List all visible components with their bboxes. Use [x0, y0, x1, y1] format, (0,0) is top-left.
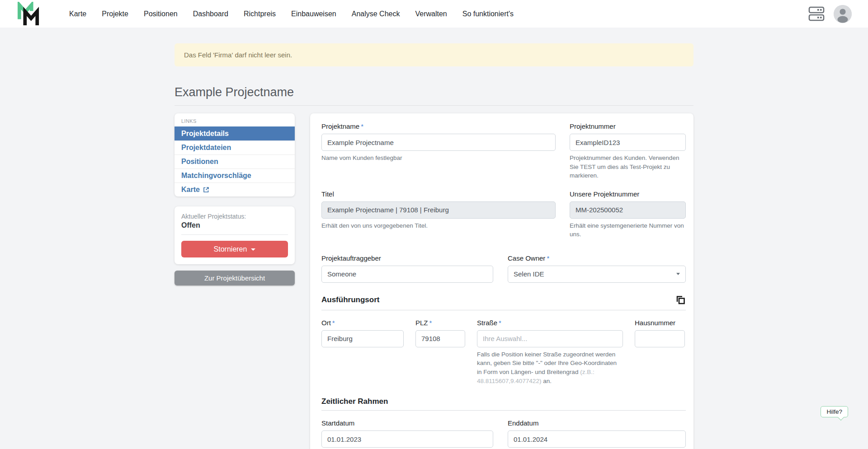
person-icon: [834, 5, 852, 23]
nav-item-verwalten[interactable]: Verwalten: [407, 10, 454, 18]
navbar-right: [808, 5, 852, 23]
required-marker: *: [332, 319, 335, 327]
strasse-input[interactable]: [477, 330, 623, 347]
status-divider: [181, 234, 288, 235]
sidebar-item-label: Karte: [181, 186, 200, 194]
top-navbar: Karte Projekte Positionen Dashboard Rich…: [0, 0, 868, 28]
required-marker: *: [499, 319, 501, 327]
nav-item-richtpreis[interactable]: Richtpreis: [236, 10, 283, 18]
chevron-down-icon: [676, 273, 680, 275]
field-projektnummer: Projektnummer Projektnummer des Kunden. …: [570, 122, 686, 180]
app-page: Karte Projekte Positionen Dashboard Rich…: [0, 0, 868, 449]
project-status-card: Aktueller Projektstatus: Offen Storniere…: [175, 206, 295, 264]
titel-input: [321, 201, 556, 219]
case-owner-selected-value: Selen IDE: [514, 270, 544, 278]
sidebar-item-label: Projektdetails: [181, 130, 229, 138]
caret-down-icon: [251, 248, 255, 251]
sidebar-item-label: Positionen: [181, 158, 218, 166]
hausnummer-input[interactable]: [635, 330, 685, 347]
projektname-input[interactable]: [321, 134, 556, 151]
projektnummer-helper: Projektnummer des Kunden. Verwenden Sie …: [570, 154, 686, 180]
nav-item-so-funktionierts[interactable]: So funktioniert's: [455, 10, 521, 18]
project-details-form: Projektname* Name vom Kunden festlegbar …: [310, 113, 693, 449]
section-divider: [321, 310, 686, 310]
alert-message: Das Feld 'Firma' darf nicht leer sein.: [184, 51, 292, 59]
cancel-button-label: Stornieren: [214, 245, 247, 253]
projektname-helper: Name vom Kunden festlegbar: [321, 154, 556, 163]
mineral-minds-logo-icon: [17, 2, 40, 26]
links-card-header: LINKS: [175, 113, 295, 126]
enddatum-label: Enddatum: [508, 419, 686, 427]
sidebar-item-karte[interactable]: Karte: [175, 182, 295, 196]
status-label: Aktueller Projektstatus:: [181, 213, 288, 220]
sidebar-item-projektdetails[interactable]: Projektdetails: [175, 126, 295, 140]
projektnummer-label: Projektnummer: [570, 122, 686, 130]
enddatum-input[interactable]: [508, 430, 686, 448]
sidebar-item-matchingvorschlaege[interactable]: Matchingvorschläge: [175, 168, 295, 182]
project-overview-button[interactable]: Zur Projektübersicht: [175, 271, 295, 285]
ort-input[interactable]: [321, 330, 404, 347]
hausnummer-label: Hausnummer: [635, 319, 685, 327]
unsere-projektnummer-label: Unsere Projektnummer: [570, 190, 686, 198]
field-unsere-projektnummer: Unsere Projektnummer Erhält eine systemg…: [570, 190, 686, 239]
projektnummer-input[interactable]: [570, 134, 686, 151]
field-strasse: Straße* Falls die Position keiner Straße…: [477, 319, 623, 385]
projektauftraggeber-label: Projektauftraggeber: [321, 254, 493, 262]
required-marker: *: [361, 122, 363, 130]
nav-item-positionen[interactable]: Positionen: [136, 10, 185, 18]
status-value: Offen: [181, 221, 288, 229]
strasse-helper: Falls die Position keiner Straße zugeord…: [477, 350, 623, 385]
ausfuehrungsort-section-title: Ausführungsort: [321, 295, 379, 304]
plz-input[interactable]: [415, 330, 465, 347]
cancel-project-button[interactable]: Stornieren: [181, 241, 288, 257]
left-sidebar: LINKS Projektdetails Projektdateien Posi…: [175, 113, 295, 285]
required-marker: *: [429, 319, 432, 327]
sidebar-item-label: Matchingvorschläge: [181, 172, 251, 180]
titel-helper: Erhält den von uns vorgegebenen Titel.: [321, 221, 556, 230]
field-titel: Titel Erhält den von uns vorgegebenen Ti…: [321, 190, 556, 239]
unsere-projektnummer-helper: Erhält eine systemgenerierte Nummer von …: [570, 221, 686, 239]
links-card: LINKS Projektdetails Projektdateien Posi…: [175, 113, 295, 196]
user-avatar[interactable]: [834, 5, 852, 23]
nav-item-analyse-check[interactable]: Analyse Check: [344, 10, 408, 18]
startdatum-label: Startdatum: [321, 419, 493, 427]
titel-label: Titel: [321, 190, 556, 198]
case-owner-label: Case Owner*: [508, 254, 686, 262]
field-ort: Ort*: [321, 319, 404, 385]
help-button[interactable]: Hilfe?: [821, 406, 848, 417]
nav-item-projekte[interactable]: Projekte: [94, 10, 136, 18]
title-divider: [175, 105, 693, 106]
sidebar-item-label: Projektdateien: [181, 144, 231, 152]
validation-alert: Das Feld 'Firma' darf nicht leer sein.: [175, 43, 693, 66]
nav-item-karte[interactable]: Karte: [61, 10, 94, 18]
field-startdatum: Startdatum: [321, 419, 493, 448]
field-case-owner: Case Owner* Selen IDE: [508, 254, 686, 283]
field-hausnummer: Hausnummer: [635, 319, 685, 385]
field-projektname: Projektname* Name vom Kunden festlegbar: [321, 122, 556, 180]
field-plz: PLZ*: [415, 319, 465, 385]
sidebar-item-projektdateien[interactable]: Projektdateien: [175, 140, 295, 154]
startdatum-input[interactable]: [321, 430, 493, 448]
sidebar-item-positionen[interactable]: Positionen: [175, 154, 295, 168]
external-link-icon: [203, 187, 209, 193]
brand-logo[interactable]: [17, 2, 40, 26]
field-projektauftraggeber: Projektauftraggeber: [321, 254, 493, 283]
field-enddatum: Enddatum: [508, 419, 686, 448]
unsere-projektnummer-input: [570, 201, 686, 219]
required-marker: *: [547, 254, 549, 262]
page-title: Example Projectname: [175, 85, 693, 99]
nav-item-einbauweisen[interactable]: Einbauweisen: [283, 10, 344, 18]
copy-address-button[interactable]: [675, 295, 686, 306]
projektauftraggeber-input[interactable]: [321, 266, 493, 283]
plz-label: PLZ*: [415, 319, 465, 327]
strasse-label: Straße*: [477, 319, 623, 327]
case-owner-select[interactable]: Selen IDE: [508, 266, 686, 283]
copy-icon: [675, 295, 686, 306]
section-divider: [321, 410, 686, 411]
projektname-label: Projektname*: [321, 122, 556, 130]
main-content: Das Feld 'Firma' darf nicht leer sein. E…: [0, 28, 868, 449]
main-nav: Karte Projekte Positionen Dashboard Rich…: [61, 0, 521, 28]
zeitlicher-rahmen-section-title: Zeitlicher Rahmen: [321, 397, 686, 406]
server-rack-icon[interactable]: [808, 5, 825, 23]
nav-item-dashboard[interactable]: Dashboard: [185, 10, 236, 18]
